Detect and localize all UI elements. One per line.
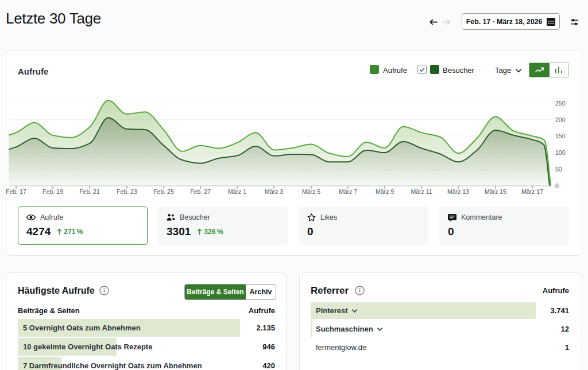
svg-text:50: 50 — [555, 166, 562, 173]
svg-text:Feb. 17: Feb. 17 — [6, 188, 26, 195]
svg-text:Feb. 23: Feb. 23 — [117, 188, 137, 195]
svg-text:200: 200 — [555, 116, 566, 123]
svg-text:100: 100 — [555, 149, 566, 156]
svg-text:März 5: März 5 — [302, 188, 320, 195]
svg-text:März 17: März 17 — [521, 188, 543, 195]
svg-text:März 7: März 7 — [339, 188, 357, 195]
svg-text:März 3: März 3 — [265, 188, 283, 195]
svg-text:Feb. 21: Feb. 21 — [79, 188, 100, 195]
svg-text:0: 0 — [555, 182, 559, 189]
svg-text:Feb. 27: Feb. 27 — [190, 188, 211, 195]
svg-text:März 15: März 15 — [485, 188, 506, 195]
svg-text:März 9: März 9 — [376, 188, 394, 195]
svg-text:Feb. 25: Feb. 25 — [153, 188, 174, 195]
svg-text:150: 150 — [555, 133, 566, 139]
svg-text:Feb. 19: Feb. 19 — [42, 188, 63, 195]
svg-text:März 13: März 13 — [447, 188, 469, 195]
svg-text:250: 250 — [555, 100, 566, 107]
svg-text:März 1: März 1 — [228, 188, 246, 195]
svg-text:März 11: März 11 — [411, 188, 432, 195]
